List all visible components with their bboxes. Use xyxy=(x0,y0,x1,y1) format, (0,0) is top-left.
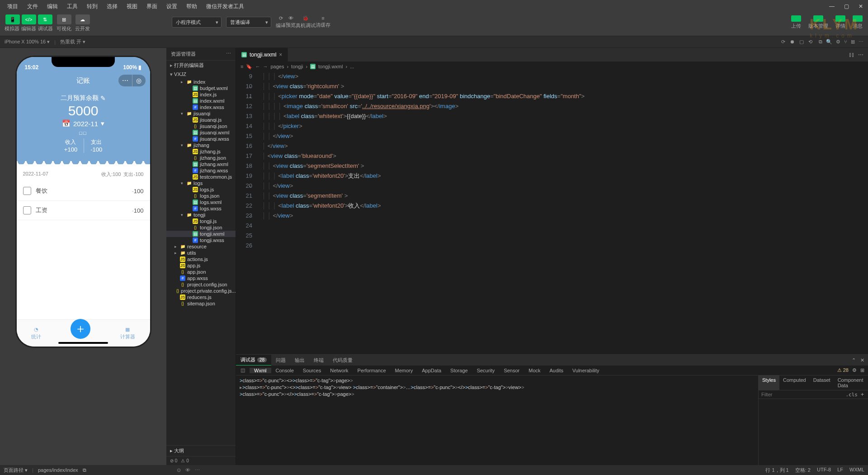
tree-actions.js[interactable]: JSactions.js xyxy=(166,256,236,262)
page-path[interactable]: pages/index/index xyxy=(38,467,78,473)
menu-微信开发者工具[interactable]: 微信开发者工具 xyxy=(203,2,248,11)
tb-消息[interactable]: 消息 xyxy=(853,15,863,29)
tree-jizhang.wxml[interactable]: ▤jizhang.wxml xyxy=(166,161,236,167)
outline-section[interactable]: 大纲 xyxy=(166,445,236,456)
tb-上传[interactable]: 上传 xyxy=(791,15,801,29)
dt-tab-终端[interactable]: 终端 xyxy=(309,355,328,366)
sim-screenshot-icon[interactable]: ▢ xyxy=(799,39,804,45)
tree-index.wxss[interactable]: #index.wxss xyxy=(166,104,236,110)
copy-path-icon[interactable]: ⧉ xyxy=(83,467,86,473)
dom-tree[interactable]: >class>=>"c-punc">><>>class>=>"c-tag">>p… xyxy=(236,375,758,465)
hot-reload-selector[interactable]: 热重载 开 ▾ xyxy=(60,38,85,45)
list-item[interactable]: 工资-100 xyxy=(17,201,150,220)
editor-tab-active[interactable]: ▤ tongji.wxml × xyxy=(236,48,288,62)
tree-index[interactable]: 📁index xyxy=(166,79,236,85)
sim-refresh-icon[interactable]: ⟳ xyxy=(781,39,785,45)
date-picker[interactable]: 📅 2022-11 ▾ xyxy=(17,119,150,128)
bc-seg[interactable]: pages xyxy=(270,64,284,69)
tab-calculator[interactable]: ▦计算器 xyxy=(120,327,135,340)
cloud-toggle[interactable]: ☁ xyxy=(75,14,90,24)
dt-tab-代码质量[interactable]: 代码质量 xyxy=(328,355,357,366)
code-editor[interactable]: 910⌄11⌄12131415161718⋯1920⌄212223⌄242526… xyxy=(236,71,868,354)
explorer-ext-icon[interactable]: ⊞ xyxy=(851,39,855,45)
menu-视图[interactable]: 视图 xyxy=(123,2,141,11)
tree-testcommon.js[interactable]: JStestcommon.js xyxy=(166,174,236,180)
tb-详情[interactable]: 详情 xyxy=(835,15,845,29)
minimize-button[interactable]: — xyxy=(828,3,835,10)
dt-sub-Network[interactable]: Network xyxy=(326,368,353,373)
devtools-collapse-icon[interactable]: ⌃ xyxy=(852,357,856,363)
tree-project.config.json[interactable]: project.config.json xyxy=(166,281,236,288)
tree-index.wxml[interactable]: ▤index.wxml xyxy=(166,98,236,104)
bc-back-icon[interactable]: ← xyxy=(255,64,260,69)
dt-sub-Security[interactable]: Security xyxy=(472,368,500,373)
menu-设置[interactable]: 设置 xyxy=(163,2,181,11)
explorer-more-icon[interactable]: ⋯ xyxy=(859,39,863,45)
preview-button[interactable]: 👁预览 xyxy=(286,15,296,29)
explorer-files-icon[interactable]: ⧉ xyxy=(819,39,822,45)
sim-rotate-icon[interactable]: ⟲ xyxy=(808,39,812,45)
tree-app.wxss[interactable]: #app.wxss xyxy=(166,275,236,281)
cls-button[interactable]: .cls xyxy=(844,392,859,398)
menu-界面[interactable]: 界面 xyxy=(143,2,161,11)
dt-sub-Sensor[interactable]: Sensor xyxy=(499,368,524,373)
page-path-label[interactable]: 页面路径 ▾ xyxy=(4,467,28,474)
dt-sub-Console[interactable]: Console xyxy=(271,368,298,373)
menu-选择[interactable]: 选择 xyxy=(103,2,121,11)
edit-icon[interactable]: ✎ xyxy=(100,95,106,102)
remote-debug-button[interactable]: 🐞真机调试 xyxy=(296,15,316,29)
menu-帮助[interactable]: 帮助 xyxy=(183,2,201,11)
dt-tab-输出[interactable]: 输出 xyxy=(290,355,309,366)
capsule-menu-icon[interactable]: ⋯ xyxy=(118,75,132,86)
dt-sub-AppData[interactable]: AppData xyxy=(417,368,446,373)
dt-tab-调试器[interactable]: 调试器28 xyxy=(236,355,271,366)
menu-项目[interactable]: 项目 xyxy=(4,2,22,11)
tree-logs.wxss[interactable]: #logs.wxss xyxy=(166,205,236,212)
explorer-settings-icon[interactable]: ⚙ xyxy=(836,39,840,45)
tree-jizhang.wxss[interactable]: #jizhang.wxss xyxy=(166,167,236,174)
status-LF[interactable]: LF xyxy=(837,467,843,474)
tree-tongji[interactable]: 📁tongji xyxy=(166,212,236,218)
devtools-settings-icon[interactable]: ⚙ xyxy=(852,367,857,373)
clear-cache-button[interactable]: ≡清缓存 xyxy=(316,15,330,29)
visual-toggle[interactable]: ⊞ xyxy=(57,14,71,24)
more-editor-icon[interactable]: ⋯ xyxy=(858,52,863,58)
sim-record-icon[interactable]: ⏺ xyxy=(790,39,795,45)
menu-编辑[interactable]: 编辑 xyxy=(43,2,61,11)
compile-button[interactable]: ⟳编译 xyxy=(276,15,286,29)
tree-logs.js[interactable]: JSlogs.js xyxy=(166,186,236,193)
dt-sub-Vulnerability[interactable]: Vulnerability xyxy=(568,368,604,373)
dt-sub-Audits[interactable]: Audits xyxy=(545,368,568,373)
menu-文件[interactable]: 文件 xyxy=(24,2,42,11)
sb-icon[interactable]: ⊙ xyxy=(177,467,181,473)
tree-jisuanqi.wxss[interactable]: #jisuanqi.wxss xyxy=(166,136,236,142)
bc-seg[interactable]: tongji xyxy=(291,64,303,69)
editor-toggle[interactable]: </> xyxy=(22,14,36,24)
dt-sub-Memory[interactable]: Memory xyxy=(391,368,418,373)
menu-转到[interactable]: 转到 xyxy=(83,2,101,11)
tree-app.js[interactable]: JSapp.js xyxy=(166,262,236,269)
tree-jizhang.js[interactable]: JSjizhang.js xyxy=(166,148,236,155)
tree-jisuanqi[interactable]: 📁jisuanqi xyxy=(166,110,236,117)
compile-dropdown[interactable]: 普通编译 xyxy=(226,17,271,28)
device-selector[interactable]: iPhone X 100% 16 ▾ xyxy=(5,39,50,45)
sb-icon[interactable]: 👁 xyxy=(185,467,190,473)
side-tab-Component Data[interactable]: Component Data xyxy=(834,375,868,390)
status-行 1，列 1[interactable]: 行 1，列 1 xyxy=(765,467,788,474)
capsule-close-icon[interactable]: ◎ xyxy=(132,75,146,86)
maximize-button[interactable]: ▢ xyxy=(843,3,850,10)
side-tab-Styles[interactable]: Styles xyxy=(759,375,779,390)
tree-reducers.js[interactable]: JSreducers.js xyxy=(166,294,236,300)
dt-sub-Mock[interactable]: Mock xyxy=(524,368,545,373)
tree-jisuanqi.js[interactable]: JSjisuanqi.js xyxy=(166,117,236,123)
inspect-icon[interactable]: ◫ xyxy=(236,367,250,373)
project-root[interactable]: VXJZ xyxy=(166,70,236,79)
dt-sub-Storage[interactable]: Storage xyxy=(446,368,472,373)
explorer-more-icon[interactable]: ⋯ xyxy=(226,51,231,57)
styles-filter-input[interactable] xyxy=(761,392,844,397)
tree-tongji.js[interactable]: JStongji.js xyxy=(166,218,236,224)
tb-版本管理[interactable]: 版本管理 xyxy=(808,15,828,29)
side-tab-Dataset[interactable]: Dataset xyxy=(810,375,834,390)
status-空格: 2[interactable]: 空格: 2 xyxy=(795,467,811,474)
tree-tongji.wxss[interactable]: #tongji.wxss xyxy=(166,237,236,243)
